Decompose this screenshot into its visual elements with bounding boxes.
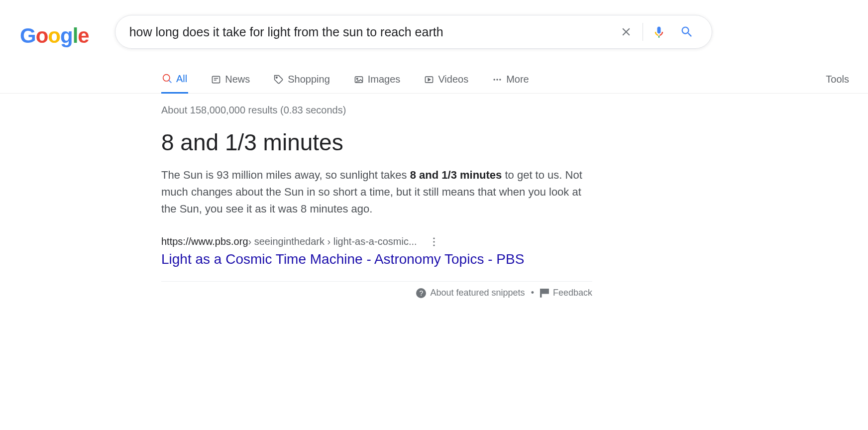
clear-icon[interactable]	[612, 25, 641, 38]
svg-point-8	[497, 79, 498, 80]
snippet-footer: ? About featured snippets • Feedback	[161, 281, 592, 298]
tab-more[interactable]: More	[491, 66, 530, 94]
flag-icon	[540, 289, 549, 298]
featured-answer-heading: 8 and 1/3 minutes	[161, 129, 592, 156]
cite-path: › seeinginthedark › light-as-a-cosmic...	[248, 236, 417, 247]
tab-label: More	[506, 74, 529, 85]
tab-label: News	[225, 74, 250, 85]
tab-videos[interactable]: Videos	[423, 66, 469, 94]
search-bar	[115, 15, 712, 49]
result-stats: About 158,000,000 results (0.83 seconds)	[161, 105, 592, 116]
svg-point-3	[276, 77, 278, 78]
search-bar-wrap	[115, 15, 712, 49]
tabs-row: All News Shopping Images Videos More Too…	[0, 66, 868, 94]
about-featured-snippets-link[interactable]: ? About featured snippets	[416, 288, 525, 298]
feedback-link[interactable]: Feedback	[540, 288, 592, 298]
tab-images[interactable]: Images	[353, 66, 402, 94]
tab-label: Videos	[438, 74, 468, 85]
tab-all[interactable]: All	[161, 66, 188, 94]
search-input[interactable]	[129, 25, 612, 39]
snippet-bold: 8 and 1/3 minutes	[410, 169, 502, 181]
result-title-link[interactable]: Light as a Cosmic Time Machine - Astrono…	[161, 251, 592, 267]
tab-label: All	[176, 73, 187, 85]
svg-point-5	[356, 78, 358, 80]
footer-label: Feedback	[553, 288, 592, 298]
tools-button[interactable]: Tools	[826, 74, 849, 85]
divider	[643, 23, 643, 41]
svg-point-7	[494, 79, 495, 80]
tab-label: Images	[368, 74, 401, 85]
footer-label: About featured snippets	[430, 288, 525, 298]
result-options-icon[interactable]: ⋮	[429, 235, 439, 247]
tab-label: Shopping	[288, 74, 330, 85]
svg-point-9	[499, 79, 501, 80]
mic-icon[interactable]	[645, 25, 673, 39]
results-content: About 158,000,000 results (0.83 seconds)…	[0, 105, 592, 298]
search-icon[interactable]	[673, 25, 701, 39]
tab-shopping[interactable]: Shopping	[273, 66, 331, 94]
result-cite: https://www.pbs.org › seeinginthedark › …	[161, 235, 592, 247]
dot-separator: •	[531, 288, 534, 298]
tab-news[interactable]: News	[210, 66, 251, 94]
snippet-part: The Sun is 93 million miles away, so sun…	[161, 169, 410, 181]
featured-snippet-text: The Sun is 93 million miles away, so sun…	[161, 167, 592, 217]
help-icon: ?	[416, 288, 426, 298]
cite-domain: https://www.pbs.org	[161, 236, 248, 247]
google-logo[interactable]: Google	[20, 24, 89, 48]
header: Google	[0, 0, 868, 49]
